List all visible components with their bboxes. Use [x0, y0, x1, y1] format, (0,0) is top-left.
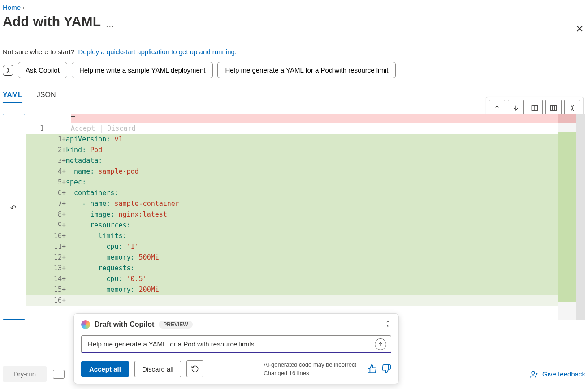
code-line[interactable]: 10+ limits: — [26, 231, 558, 241]
secondary-action-button[interactable] — [53, 370, 65, 379]
code-line[interactable]: 4+ name: sample-pod — [26, 166, 558, 177]
minimap-scrollbar[interactable] — [576, 114, 585, 320]
copilot-title: Draft with Copilot — [95, 321, 154, 329]
code-editor[interactable]: 1Accept | Discard1+apiVersion: v12+kind:… — [26, 114, 585, 320]
more-actions-button[interactable]: … — [105, 19, 114, 29]
chevron-right-icon: › — [22, 4, 24, 11]
give-feedback-link[interactable]: Give feedback — [530, 370, 585, 379]
code-line[interactable]: 8+ image: nginx:latest — [26, 209, 558, 220]
quickstart-link[interactable]: Deploy a quickstart application to get u… — [78, 48, 237, 56]
close-button[interactable]: ✕ — [575, 23, 584, 35]
tab-yaml[interactable]: YAML — [3, 89, 22, 107]
copilot-icon — [3, 65, 13, 76]
page-title: Add with YAML — [3, 14, 101, 29]
helper-text: Not sure where to start? Deploy a quicks… — [3, 48, 585, 56]
accept-discard-inline[interactable]: 1Accept | Discard — [26, 123, 558, 134]
copilot-input-text: Help me generate a YAML for a Pod with r… — [88, 340, 255, 348]
minimap-removed-icon — [558, 114, 576, 123]
breakpoint-gutter[interactable]: ↶ — [3, 114, 25, 320]
send-button[interactable] — [375, 338, 386, 350]
code-line[interactable]: 6+ containers: — [26, 188, 558, 198]
code-line[interactable]: 11+ cpu: '1' — [26, 241, 558, 252]
feedback-icon — [530, 370, 539, 379]
minimap[interactable] — [558, 114, 585, 320]
collapse-button[interactable] — [384, 320, 391, 327]
suggestion-1-button[interactable]: Help me write a sample YAML deployment — [72, 62, 213, 78]
code-line[interactable]: 1+apiVersion: v1 — [26, 134, 558, 145]
minimap-added-icon — [558, 132, 576, 302]
code-line[interactable]: 16+ — [26, 295, 558, 306]
give-feedback-label: Give feedback — [542, 370, 585, 378]
tab-json[interactable]: JSON — [37, 89, 56, 107]
diff-removed-region — [71, 114, 558, 123]
dry-run-button[interactable]: Dry-run — [3, 366, 47, 382]
helper-question: Not sure where to start? — [3, 48, 74, 56]
copilot-input[interactable]: Help me generate a YAML for a Pod with r… — [81, 335, 391, 353]
code-line[interactable]: 9+ resources: — [26, 220, 558, 231]
undo-icon[interactable]: ↶ — [10, 204, 16, 212]
preview-badge: PREVIEW — [159, 321, 192, 329]
copilot-logo-icon — [81, 320, 90, 329]
code-line[interactable]: 2+kind: Pod — [26, 145, 558, 155]
ask-copilot-button[interactable]: Ask Copilot — [18, 62, 67, 78]
code-line[interactable]: 7+ - name: sample-container — [26, 198, 558, 209]
svg-point-2 — [532, 371, 535, 374]
breadcrumb-home-link[interactable]: Home — [3, 4, 21, 11]
suggestion-2-button[interactable]: Help me generate a YAML for a Pod with r… — [217, 62, 396, 78]
code-line[interactable]: 15+ memory: 200Mi — [26, 284, 558, 295]
code-line[interactable]: 12+ memory: 500Mi — [26, 252, 558, 263]
code-line[interactable]: 5+spec: — [26, 177, 558, 188]
code-line[interactable]: 3+metadata: — [26, 155, 558, 166]
code-line[interactable]: 14+ cpu: '0.5' — [26, 274, 558, 284]
breadcrumb: Home › — [3, 2, 585, 14]
svg-rect-1 — [550, 106, 557, 111]
code-line[interactable]: 13+ requests: — [26, 263, 558, 274]
